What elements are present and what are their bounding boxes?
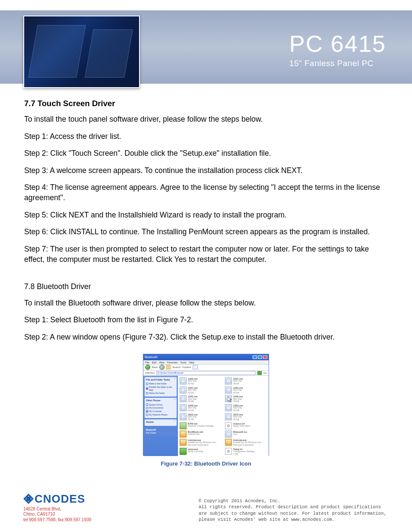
place-item[interactable]: System Driver <box>149 403 162 406</box>
task-item[interactable]: Publish this folder to the Web <box>149 386 175 392</box>
figure-caption: Figure 7-32: Bluetooth Driver Icon <box>24 460 388 468</box>
places-panel: Other Places˄ System Driver My Documents… <box>145 398 177 418</box>
publish-icon <box>146 387 148 390</box>
file-item[interactable]: setup.exeSetup Launcher <box>180 448 222 456</box>
file-item[interactable]: 1042.mstMST File40 KB <box>225 387 267 394</box>
minimize-icon[interactable] <box>253 356 257 359</box>
place-item[interactable]: My Documents <box>149 406 163 409</box>
file-item[interactable]: 1053.mstMST File40 KB <box>225 404 267 412</box>
file-item[interactable]: 1049.mstMST File40 KB <box>180 404 222 412</box>
product-photo <box>23 16 140 88</box>
address-input[interactable]: E:\System Driver\Bluetooth <box>156 371 256 375</box>
step-7-7-3: Step 3: A welcome screen appears. To con… <box>24 166 388 176</box>
step-7-7-5: Step 5: Click NEXT and the Installshield… <box>24 210 388 220</box>
file-label: 1049.mstMST File40 KB <box>188 404 198 412</box>
go-label[interactable]: Go <box>263 371 267 375</box>
step-7-7-4: Step 4: The license agreement appears. A… <box>24 183 388 203</box>
menu-file[interactable]: File <box>145 361 149 364</box>
file-label: 1046.mstMST File40 KB <box>233 395 243 403</box>
places-title: Other Places <box>146 399 161 402</box>
collapse-icon[interactable]: ˄ <box>174 399 175 402</box>
forward-button-icon[interactable] <box>159 365 165 370</box>
file-icon <box>180 448 187 455</box>
step-7-8-1: Step 1: Select Bluetooth from the list i… <box>24 315 388 325</box>
back-button-icon[interactable] <box>145 365 150 370</box>
file-icon <box>180 387 187 393</box>
close-icon[interactable] <box>263 356 267 359</box>
file-label: 2070.mstMST File40 KB <box>233 413 243 421</box>
file-item[interactable]: 1045.mstMST File40 KB <box>180 395 222 403</box>
place-item[interactable]: My Network Places <box>149 413 168 416</box>
file-icon <box>180 431 187 438</box>
file-label: setup.exeSetup Launcher <box>188 448 203 453</box>
task-item[interactable]: Make a new folder <box>149 382 167 385</box>
menu-help[interactable]: Help <box>189 361 194 364</box>
details-panel: Bluetooth File Folder <box>145 427 177 436</box>
file-label: 1053.mstMST File40 KB <box>233 404 243 412</box>
views-icon[interactable] <box>193 365 198 369</box>
file-label: Setup.iniConfiguration Settings1 KB <box>233 448 254 456</box>
file-label: instmsiw.exeInstaller for the Windows In… <box>233 439 263 447</box>
file-item[interactable]: 1037.mstMST File39 KB <box>225 378 267 385</box>
step-7-7-6: Step 6: Click INSTALL to continue. The I… <box>24 227 388 237</box>
file-label: 1033.mstMST File40 KB <box>188 378 198 385</box>
address-line-2: Chino, CA91710 <box>23 512 91 517</box>
file-icon <box>180 404 187 411</box>
file-label: 1045.mstMST File40 KB <box>188 395 198 403</box>
file-item[interactable]: instmsia.exeInstaller for the Windows In… <box>180 439 222 447</box>
file-label: Autorun.infSetup Information <box>233 422 250 428</box>
file-label: BcmBtLnk.cabCabinet File <box>188 431 203 436</box>
address-label: Address <box>145 371 155 375</box>
file-item[interactable]: 2070.mstMST File40 KB <box>225 413 267 421</box>
up-folder-icon[interactable] <box>166 365 171 369</box>
document-body: 7.7 Touch Screen Driver To install the t… <box>0 91 412 467</box>
step-7-7-7: Step 7: The user is then prompted to sel… <box>24 244 388 264</box>
tasks-title: File and Folder Tasks <box>146 378 170 381</box>
menu-tools[interactable]: Tools <box>181 361 187 364</box>
copyright-text: © Copyright 2011 Acnodes, Inc. All right… <box>199 498 389 523</box>
menu-favorites[interactable]: Favorites <box>167 361 178 364</box>
file-label: instmsia.exeInstaller for the Windows In… <box>188 439 217 447</box>
logo-mark-icon <box>23 494 34 504</box>
window-title: Bluetooth <box>145 355 158 359</box>
place-item[interactable]: My Computer <box>149 410 162 413</box>
file-icon <box>180 439 187 446</box>
file-icon <box>225 404 232 411</box>
file-item[interactable]: BcmBtLnk.cabCabinet File <box>180 431 222 438</box>
folders-label[interactable]: Folders <box>182 365 191 369</box>
file-item[interactable]: Autorun.infSetup Information <box>225 422 267 429</box>
search-label[interactable]: Search <box>172 365 181 369</box>
file-item[interactable]: BTW.msiWindows Installer Package <box>180 422 222 429</box>
task-item[interactable]: Share this folder <box>149 392 165 395</box>
section-7-7-intro: To install the touch panel software driv… <box>24 114 388 125</box>
logo-text: CNODES <box>35 492 85 506</box>
footer-left: CNODES 14628 Central Blvd, Chino, CA9171… <box>23 492 91 523</box>
file-label: Bluetooth.icoIcon <box>233 431 247 436</box>
menu-view[interactable]: View <box>159 361 165 364</box>
maximize-icon[interactable] <box>258 356 262 359</box>
collapse-icon[interactable]: ˄ <box>174 378 175 381</box>
section-7-8-heading: 7.8 Bluetooth Driver <box>24 282 388 292</box>
file-icon <box>180 395 187 402</box>
tasks-panel: File and Folder Tasks˄ Make a new folder… <box>145 377 177 397</box>
file-item[interactable]: Setup.iniConfiguration Settings1 KB <box>225 448 267 456</box>
file-item[interactable]: 2052.mstMST File40 KB <box>180 413 222 421</box>
menu-edit[interactable]: Edit <box>152 361 156 364</box>
file-label: 1042.mstMST File40 KB <box>233 387 243 394</box>
back-label[interactable]: Back <box>152 365 158 369</box>
collapse-icon[interactable]: ˄ <box>174 421 175 424</box>
go-button-icon[interactable] <box>257 371 262 375</box>
file-icon <box>225 448 232 455</box>
details-type: File Folder <box>146 431 175 434</box>
company-logo: CNODES <box>23 492 91 506</box>
file-item[interactable]: 1033.mstMST File40 KB <box>180 378 222 385</box>
file-icon <box>225 387 232 393</box>
share-icon <box>146 392 148 394</box>
file-item[interactable]: Bluetooth.icoIcon <box>225 431 267 438</box>
step-7-7-2: Step 2: Click "Touch Screen". Double cli… <box>24 148 388 159</box>
file-item[interactable]: instmsiw.exeInstaller for the Windows In… <box>225 439 267 447</box>
file-icon <box>180 413 187 420</box>
details-name: Bluetooth <box>146 428 175 431</box>
file-item[interactable]: 1041.mstMST File40 KB <box>180 387 222 394</box>
folder-icon <box>146 383 148 385</box>
